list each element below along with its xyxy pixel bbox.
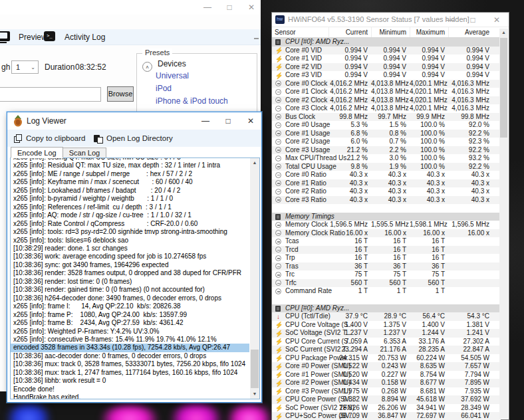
sensor-row[interactable]: Core #0 Ratio40.3 x40.3 x40.3 x40.3 x xyxy=(272,171,501,179)
tab-scan-log[interactable]: Scan Log xyxy=(63,148,106,158)
scroll-up-icon[interactable]: ▲ xyxy=(250,158,259,167)
source-path-input[interactable] xyxy=(0,87,101,102)
scrollbar-thumb[interactable] xyxy=(500,38,507,138)
sensor-table-header[interactable]: SensorCurrentMinimumMaximumAverage xyxy=(272,27,501,38)
scroll-up-icon[interactable]: ▲ xyxy=(499,29,508,37)
preset-item-ipod[interactable]: iPod xyxy=(156,84,172,93)
sensor-row[interactable]: SoC Power (SVI2 TFN)28.826 W26.206 W34.9… xyxy=(272,404,501,413)
log-line[interactable]: [10:38:36] render: 3528 frames output, 0… xyxy=(11,269,249,277)
log-line[interactable]: Encode done! xyxy=(11,385,249,393)
copy-to-clipboard-button[interactable]: Copy to clipboard xyxy=(14,132,86,144)
log-line[interactable]: x265 [info]: frame P: 1080, Avg QP:24.00… xyxy=(11,311,249,319)
log-line[interactable]: x265 [info]: References / ref-limit cu /… xyxy=(11,203,249,211)
log-line[interactable]: x265 [info]: AQ: mode / str / qg-size / … xyxy=(11,211,249,219)
sensor-row[interactable]: CPU (Tctl/Tdie)37.9 °C28.9 °C56.4 °C54.3… xyxy=(272,312,501,321)
log-line[interactable]: [10:38:36] sync: got 3490 frames, 196429… xyxy=(11,261,249,269)
maximize-icon[interactable]: □ xyxy=(220,0,239,15)
preview-button[interactable]: Preview xyxy=(19,33,47,42)
sensor-row[interactable]: Core #3 Ratio40.3 x40.3 x40.3 x40.3 x xyxy=(272,196,501,205)
scrollbar-thumb[interactable] xyxy=(251,350,259,388)
sensor-row[interactable]: Core #3 Clock4,016.2 MHz4,013.8 MHz4,020… xyxy=(272,104,501,113)
sensor-row[interactable]: Total CPU Usage9.8 %1.9 %100.0 %92.2 % xyxy=(272,163,501,171)
log-line[interactable]: x265 [info]: frame I: 14, Avg QP:22.10 k… xyxy=(11,302,249,310)
chevron-up-icon[interactable]: ᴧ xyxy=(142,62,152,72)
sensor-row[interactable]: Core #0 Power (SMU)0.522 W0.243 W8.635 W… xyxy=(272,362,501,371)
sensor-row[interactable]: Core #3 Power (SMU)1.975 W0.268 W8.681 W… xyxy=(272,387,501,396)
log-line[interactable]: x265 [info]: Lookahead / bframes / badap… xyxy=(11,187,249,195)
minimize-icon[interactable]: — xyxy=(198,0,217,15)
log-line[interactable]: [10:38:36] render: gained time: 0 (0 fra… xyxy=(11,286,249,294)
column-header-average[interactable]: Average xyxy=(448,27,493,37)
sensor-row[interactable]: Bus Clock99.8 MHz99.7 MHz99.9 MHz99.8 MH… xyxy=(272,113,501,122)
column-header-sensor[interactable]: Sensor xyxy=(272,27,328,37)
maximize-icon[interactable]: □ xyxy=(219,112,237,130)
log-scrollbar[interactable]: ▲ ▼ xyxy=(250,158,259,399)
sensor-row[interactable]: Memory Clock1,596.5 MHz1,595.5 MHz1,598.… xyxy=(272,221,501,229)
column-header-maximum[interactable]: Maximum xyxy=(410,27,448,37)
preset-item-universal[interactable]: Universal xyxy=(156,71,189,80)
sensor-row[interactable]: Core #0 Clock4,016.2 MHz4,013.8 MHz4,020… xyxy=(272,80,501,88)
log-line[interactable]: [10:38:36] mux: track 1, 2747 frames, 11… xyxy=(11,369,249,377)
log-line-selected[interactable]: encoded 3528 frames in 343.34s (10.28 fp… xyxy=(11,344,249,352)
sensor-row[interactable]: CPU Core Current (S...7.059 A6.353 A33.1… xyxy=(272,338,501,346)
sensor-row[interactable]: Core #0 Usage5.3 %1.5 %100.0 %92.0 % xyxy=(272,121,501,130)
log-line[interactable]: [10:38:29] reader: done. 1 scr changes xyxy=(11,245,249,253)
log-line[interactable]: x265 [info]: Residual QT: max TU size, m… xyxy=(11,161,249,169)
log-line[interactable]: x265 [info]: frame B: 2434, Avg QP:27.59… xyxy=(11,319,249,327)
scroll-down-icon[interactable]: ▼ xyxy=(250,389,259,399)
sensor-row[interactable]: Core #2 Ratio40.3 x40.3 x40.3 x40.3 x xyxy=(272,187,501,196)
log-line[interactable]: x265 [info]: tools: lslices=6 deblock sa… xyxy=(11,237,249,245)
log-line[interactable]: [10:38:36] libhb: work result = 0 xyxy=(11,377,249,385)
sensor-row[interactable]: Trp16 T16 T16 T xyxy=(272,254,501,262)
sensor-row[interactable]: Core #2 Power (SMU)0.434 W0.158 W8.677 W… xyxy=(272,379,501,387)
sensor-row[interactable]: Core #0 VID0.994 V0.994 V0.994 V0.994 V xyxy=(272,47,501,55)
sensor-row[interactable]: Core #2 Usage6.0 %0.7 %100.0 %92.3 % xyxy=(272,138,501,146)
sensor-row[interactable]: Core #1 Clock4,016.2 MHz4,013.8 MHz4,020… xyxy=(272,88,501,96)
sensor-row[interactable]: Core #2 Clock4,016.2 MHz4,013.8 MHz4,020… xyxy=(272,96,501,105)
column-header-minimum[interactable]: Minimum xyxy=(371,27,410,37)
open-log-directory-button[interactable]: Open Log Directory xyxy=(94,132,173,144)
log-line[interactable]: x265 [info]: Rate Control / qCompress : … xyxy=(11,220,249,228)
log-line[interactable]: [10:38:36] aac-decoder done: 0 frames, 0… xyxy=(11,352,249,360)
sensor-row[interactable]: Core #3 Usage21.2 %2.2 %100.0 %92.2 % xyxy=(272,146,501,155)
log-line[interactable]: x265 [info]: ME / range / subpel / merge… xyxy=(11,170,249,178)
log-line[interactable]: x265 [info]: consecutive B-frames: 15.4%… xyxy=(11,336,249,344)
sensor-row[interactable]: Trcd16 T16 T16 T xyxy=(272,246,501,255)
chapter-dropdown[interactable]: 1 ⌄ xyxy=(11,60,39,74)
sensor-row[interactable]: Core #1 Power (SMU)0.520 W0.227 W8.754 W… xyxy=(272,371,501,379)
log-line[interactable]: x265 [info]: Weighted P-Frames: Y:4.2% U… xyxy=(11,328,249,336)
sensor-row[interactable]: CPU+SoC Power (SV...38.709 W36.847 W72.6… xyxy=(272,412,501,420)
sensor-row[interactable]: CPU Core Voltage (S...1.400 V1.375 V1.40… xyxy=(272,321,501,330)
sensor-row[interactable]: Core #1 Ratio40.3 x40.3 x40.3 x40.3 x xyxy=(272,179,501,188)
log-text-area[interactable]: x265 [info]: coding QT: max CU size, min… xyxy=(10,158,260,399)
log-line[interactable]: [10:38:36] h264-decoder done: 3490 frame… xyxy=(11,294,249,302)
maximize-icon[interactable]: □ xyxy=(463,13,482,27)
sensor-row[interactable]: Trc75 T75 T75 T xyxy=(272,270,501,279)
sensor-row[interactable]: SoC Current (SVI2 T...23.294 A21.176 A28… xyxy=(272,346,501,354)
log-line[interactable]: [10:38:36] render: lost time: 0 (0 frame… xyxy=(11,278,249,286)
preset-item-iphone-ipod-touch[interactable]: iPhone & iPod touch xyxy=(156,96,228,106)
log-line[interactable]: x265 [info]: tools: rd=3 psy-rd=2.00 sig… xyxy=(11,228,249,236)
sensor-row[interactable]: Core #1 VID0.994 V0.994 V0.994 V0.994 V xyxy=(272,54,501,63)
browse-button[interactable]: Browse xyxy=(107,86,134,102)
activity-log-button[interactable]: Activity Log xyxy=(65,33,105,42)
log-line[interactable]: x265 [info]: b-pyramid / weightp / weigh… xyxy=(11,195,249,203)
sensor-row[interactable]: Core #3 VID0.994 V0.994 V0.994 V0.994 V xyxy=(272,71,501,80)
minimize-icon[interactable]: — xyxy=(196,112,215,130)
sensor-row[interactable]: Tcas16 T16 T16 T xyxy=(272,237,501,246)
presets-group-devices[interactable]: ᴧDevices xyxy=(142,59,186,72)
log-line[interactable]: x265 [info]: Keyframe min / max / scenec… xyxy=(11,178,249,186)
toolbar-overflow-icon[interactable] xyxy=(254,35,259,39)
sensor-row[interactable]: Core #2 VID0.994 V0.994 V0.994 V0.994 V xyxy=(272,63,501,72)
minimize-icon[interactable]: — xyxy=(441,13,459,27)
tab-encode-log[interactable]: Encode Log xyxy=(11,147,63,158)
hwinfo-scrollbar[interactable]: ▲ xyxy=(499,29,508,419)
close-icon[interactable]: ✕ xyxy=(487,13,506,27)
close-icon[interactable]: ✕ xyxy=(241,112,260,130)
sensor-row[interactable]: SoC Voltage (SVI2 T...1.237 V1.237 V1.24… xyxy=(272,329,501,338)
sensor-row[interactable]: Trfc560 T560 T560 T xyxy=(272,279,501,288)
log-line[interactable]: HandBrake has exited. xyxy=(11,393,249,399)
sensor-row[interactable]: Tras36 T36 T36 T xyxy=(272,262,501,271)
log-line[interactable]: [10:38:36] work: average encoding speed … xyxy=(11,253,249,261)
sensor-row[interactable]: CPU Core Power (SV...9.882 W8.894 W45.61… xyxy=(272,395,501,404)
